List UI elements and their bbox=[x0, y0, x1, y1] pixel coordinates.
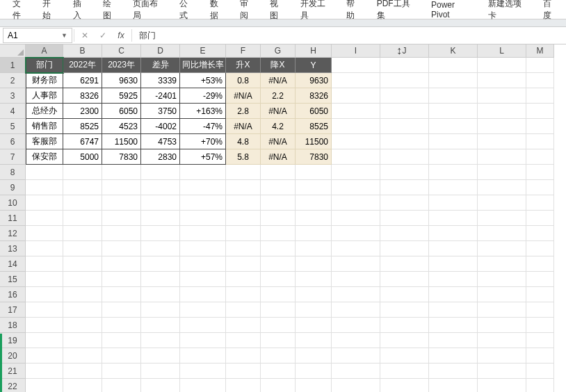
cell-G6[interactable]: #N/A bbox=[261, 134, 296, 149]
menu-1[interactable]: 开始 bbox=[35, 0, 65, 24]
cell-E4[interactable]: +163% bbox=[180, 104, 226, 119]
cell-I19[interactable] bbox=[332, 333, 380, 348]
cell-G12[interactable] bbox=[261, 226, 296, 241]
cell-G14[interactable] bbox=[261, 256, 296, 272]
cell-B19[interactable] bbox=[63, 333, 102, 348]
cell-H10[interactable] bbox=[296, 195, 332, 211]
cell-E12[interactable] bbox=[180, 226, 226, 241]
cell-J22[interactable] bbox=[380, 379, 429, 392]
cell-I6[interactable] bbox=[332, 134, 380, 149]
cell-D14[interactable] bbox=[141, 256, 180, 272]
cell-K4[interactable] bbox=[429, 104, 478, 119]
cell-C9[interactable] bbox=[102, 180, 141, 195]
cell-C8[interactable] bbox=[102, 165, 141, 180]
cell-C11[interactable] bbox=[102, 211, 141, 226]
cell-H18[interactable] bbox=[296, 318, 332, 333]
cell-I8[interactable] bbox=[332, 165, 380, 180]
cell-G8[interactable] bbox=[261, 165, 296, 180]
cell-I14[interactable] bbox=[332, 256, 380, 272]
cell-F15[interactable] bbox=[226, 272, 261, 287]
cell-K20[interactable] bbox=[429, 348, 478, 364]
cell-A21[interactable] bbox=[26, 364, 63, 379]
cell-C14[interactable] bbox=[102, 256, 141, 272]
cell-L12[interactable] bbox=[478, 226, 526, 241]
cell-A2[interactable]: 财务部 bbox=[26, 73, 63, 88]
cell-F7[interactable]: 5.8 bbox=[226, 149, 261, 165]
cell-I20[interactable] bbox=[332, 348, 380, 364]
row-header-17[interactable]: 17 bbox=[0, 302, 26, 318]
row-header-11[interactable]: 11 bbox=[0, 211, 26, 226]
cell-C3[interactable]: 5925 bbox=[102, 88, 141, 104]
name-box-dropdown-icon[interactable]: ▼ bbox=[61, 32, 67, 39]
col-header-E[interactable]: E bbox=[180, 44, 226, 58]
cell-I9[interactable] bbox=[332, 180, 380, 195]
cell-L20[interactable] bbox=[478, 348, 526, 364]
cell-L13[interactable] bbox=[478, 241, 526, 256]
row-header-14[interactable]: 14 bbox=[0, 256, 26, 272]
cell-D17[interactable] bbox=[141, 302, 180, 318]
cell-J12[interactable] bbox=[380, 226, 429, 241]
cell-I4[interactable] bbox=[332, 104, 380, 119]
cell-B21[interactable] bbox=[63, 364, 102, 379]
cell-G21[interactable] bbox=[261, 364, 296, 379]
cell-H12[interactable] bbox=[296, 226, 332, 241]
cell-E3[interactable]: -29% bbox=[180, 88, 226, 104]
cell-M3[interactable] bbox=[526, 88, 554, 104]
cell-F1[interactable]: 升X bbox=[226, 58, 261, 73]
row-header-20[interactable]: 20 bbox=[0, 348, 26, 364]
cell-E21[interactable] bbox=[180, 364, 226, 379]
menu-9[interactable]: 开发工具 bbox=[293, 0, 340, 24]
col-header-B[interactable]: B bbox=[63, 44, 102, 58]
cell-M11[interactable] bbox=[526, 211, 554, 226]
col-header-F[interactable]: F bbox=[226, 44, 261, 58]
cell-C1[interactable]: 2023年 bbox=[102, 58, 141, 73]
name-box[interactable]: A1 ▼ bbox=[3, 28, 72, 43]
cell-I1[interactable] bbox=[332, 58, 380, 73]
col-header-K[interactable]: K bbox=[429, 44, 478, 58]
cell-I16[interactable] bbox=[332, 287, 380, 302]
cell-A7[interactable]: 保安部 bbox=[26, 149, 63, 165]
cell-H17[interactable] bbox=[296, 302, 332, 318]
cell-B17[interactable] bbox=[63, 302, 102, 318]
cell-E7[interactable]: +57% bbox=[180, 149, 226, 165]
cell-A4[interactable]: 总经办 bbox=[26, 104, 63, 119]
cell-K14[interactable] bbox=[429, 256, 478, 272]
cell-G3[interactable]: 2.2 bbox=[261, 88, 296, 104]
cell-J2[interactable] bbox=[380, 73, 429, 88]
cell-K2[interactable] bbox=[429, 73, 478, 88]
col-header-A[interactable]: A bbox=[26, 44, 63, 58]
cell-K6[interactable] bbox=[429, 134, 478, 149]
cell-A13[interactable] bbox=[26, 241, 63, 256]
menu-10[interactable]: 帮助 bbox=[339, 0, 369, 24]
cell-A9[interactable] bbox=[26, 180, 63, 195]
cell-K12[interactable] bbox=[429, 226, 478, 241]
cell-C13[interactable] bbox=[102, 241, 141, 256]
cell-L21[interactable] bbox=[478, 364, 526, 379]
cell-C7[interactable]: 7830 bbox=[102, 149, 141, 165]
cell-J4[interactable] bbox=[380, 104, 429, 119]
cell-L6[interactable] bbox=[478, 134, 526, 149]
cell-G9[interactable] bbox=[261, 180, 296, 195]
cell-I7[interactable] bbox=[332, 149, 380, 165]
cell-F10[interactable] bbox=[226, 195, 261, 211]
cell-A22[interactable] bbox=[26, 379, 63, 392]
cell-J3[interactable] bbox=[380, 88, 429, 104]
menu-5[interactable]: 公式 bbox=[172, 0, 202, 24]
cell-M16[interactable] bbox=[526, 287, 554, 302]
cell-G13[interactable] bbox=[261, 241, 296, 256]
menu-14[interactable]: 百度 bbox=[536, 0, 566, 24]
cell-C18[interactable] bbox=[102, 318, 141, 333]
cell-F12[interactable] bbox=[226, 226, 261, 241]
cell-A1[interactable]: 部门 bbox=[26, 58, 63, 73]
cell-C20[interactable] bbox=[102, 348, 141, 364]
cell-L22[interactable] bbox=[478, 379, 526, 392]
cell-C2[interactable]: 9630 bbox=[102, 73, 141, 88]
cell-D18[interactable] bbox=[141, 318, 180, 333]
cell-B8[interactable] bbox=[63, 165, 102, 180]
cell-C22[interactable] bbox=[102, 379, 141, 392]
cell-D20[interactable] bbox=[141, 348, 180, 364]
cell-M13[interactable] bbox=[526, 241, 554, 256]
cell-H13[interactable] bbox=[296, 241, 332, 256]
cell-E5[interactable]: -47% bbox=[180, 119, 226, 134]
cell-M21[interactable] bbox=[526, 364, 554, 379]
